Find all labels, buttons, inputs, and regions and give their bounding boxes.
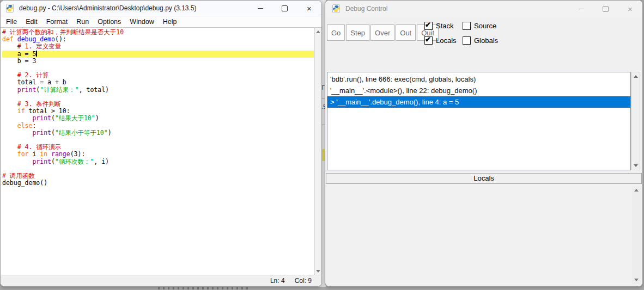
stack-frame[interactable]: '__main__'.<module>(), line 22: debug_de… — [327, 85, 630, 96]
maximize-icon — [282, 5, 288, 11]
stack-checkbox[interactable]: ✔Stack — [424, 20, 463, 31]
checkbox-label: Globals — [474, 36, 498, 45]
debug-control-window: Debug Control × GoStepOverOutQuit ✔Stack… — [325, 0, 643, 287]
scroll-down-icon[interactable] — [634, 164, 638, 167]
text-cursor — [36, 51, 37, 57]
debug-caption-buttons: × — [569, 1, 642, 17]
code-line: # 调用函数 — [2, 172, 314, 180]
editor-area: # 计算两个数的和，并判断结果是否大于10def debug_demo(): #… — [1, 27, 321, 275]
locals-checkbox[interactable]: ✔Locals — [424, 35, 463, 46]
globals-checkbox[interactable]: ✔Globals — [463, 35, 498, 46]
menu-run[interactable]: Run — [72, 17, 93, 27]
minimize-icon — [579, 9, 584, 9]
editor-window-title: debug.py - C:\Users\Administrator\Deskto… — [19, 4, 197, 12]
minimize-icon — [258, 8, 263, 9]
step-button[interactable]: Step — [346, 24, 369, 41]
code-line: print("计算结果：", total) — [2, 87, 314, 94]
editor-menubar: FileEditFormatRunOptionsWindowHelp — [1, 16, 321, 27]
stack-viewer: 'bdb'.run(), line 666: exec(cmd, globals… — [327, 72, 631, 170]
python-file-icon — [332, 4, 341, 13]
locals-scrollbar[interactable] — [632, 186, 641, 284]
locals-header: Locals — [326, 173, 642, 184]
checkbox-icon: ✔ — [424, 36, 433, 45]
minimize-button[interactable] — [569, 1, 593, 17]
menu-options[interactable]: Options — [93, 17, 125, 27]
out-button[interactable]: Out — [396, 24, 416, 41]
maximize-button[interactable] — [593, 1, 618, 17]
close-button[interactable]: × — [618, 1, 642, 17]
editor-statusbar: Ln: 4 Col: 9 — [1, 275, 321, 286]
editor-caption-buttons: × — [248, 1, 321, 16]
menu-file[interactable]: File — [2, 17, 21, 27]
checkbox-icon: ✔ — [424, 22, 433, 30]
checkbox-icon: ✔ — [463, 22, 471, 30]
code-line — [2, 165, 314, 172]
stack-scrollbar[interactable] — [631, 72, 640, 170]
stack-frame-selected[interactable]: > '__main__'.debug_demo(), line 4: a = 5 — [327, 96, 630, 108]
over-button[interactable]: Over — [370, 24, 394, 41]
close-button[interactable]: × — [297, 1, 321, 16]
maximize-button[interactable] — [272, 1, 297, 16]
checkbox-label: Source — [474, 22, 496, 30]
code-line: # 1. 定义变量 — [2, 43, 314, 50]
menu-edit[interactable]: Edit — [21, 17, 42, 27]
line-indicator: Ln: 4 — [270, 277, 285, 285]
menu-format[interactable]: Format — [42, 17, 72, 27]
checkbox-label: Stack — [436, 22, 454, 30]
source-checkbox[interactable]: ✔Source — [463, 20, 498, 31]
scroll-down-icon[interactable] — [316, 270, 320, 273]
minimize-button[interactable] — [248, 1, 272, 16]
code-line: debug_demo() — [2, 180, 314, 187]
scroll-down-icon[interactable] — [634, 279, 639, 281]
debug-window-title: Debug Control — [345, 5, 387, 13]
editor-window: debug.py - C:\Users\Administrator\Deskto… — [0, 0, 322, 287]
code-line: print("结果小于等于10") — [2, 129, 314, 137]
checkbox-label: Locals — [436, 36, 457, 45]
menu-window[interactable]: Window — [125, 17, 158, 27]
column-indicator: Col: 9 — [295, 277, 312, 285]
maximize-icon — [603, 6, 609, 12]
editor-titlebar[interactable]: debug.py - C:\Users\Administrator\Deskto… — [1, 1, 321, 16]
current-debug-line: a = 5 — [2, 51, 314, 58]
debugger-checkboxes: ✔Stack✔Source✔Locals✔Globals — [424, 20, 498, 46]
close-icon: × — [307, 4, 312, 13]
code-line — [2, 65, 314, 72]
code-line: print("结果大于10") — [2, 115, 314, 122]
checkbox-icon: ✔ — [463, 36, 471, 45]
debugger-buttons: GoStepOverOutQuit — [327, 24, 440, 41]
code-line: b = 3 — [2, 58, 314, 65]
code-area[interactable]: # 计算两个数的和，并判断结果是否大于10def debug_demo(): #… — [2, 29, 314, 275]
python-file-icon — [5, 4, 14, 13]
debug-titlebar[interactable]: Debug Control × — [325, 1, 642, 17]
code-line: print("循环次数：", i) — [2, 158, 314, 165]
editor-scrollbar[interactable] — [314, 28, 321, 275]
stack-frame[interactable]: 'bdb'.run(), line 666: exec(cmd, globals… — [327, 73, 630, 85]
go-button[interactable]: Go — [327, 24, 345, 41]
scroll-up-icon[interactable] — [634, 75, 638, 78]
locals-viewer — [326, 184, 642, 286]
scroll-up-icon[interactable] — [316, 30, 320, 33]
menu-help[interactable]: Help — [159, 17, 181, 27]
scroll-up-icon[interactable] — [634, 189, 639, 192]
close-icon: × — [628, 5, 633, 13]
desktop-edge-artifacts — [158, 287, 251, 289]
